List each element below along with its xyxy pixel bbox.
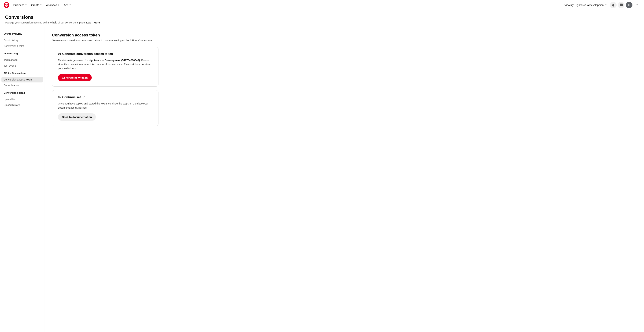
sidebar-item-conversion-health[interactable]: Conversion health (0, 43, 44, 49)
card2-title: 02 Continue set up (58, 96, 152, 99)
main-content: Conversion access token Generate a conve… (45, 27, 207, 332)
nav-analytics[interactable]: Analytics ▼ (44, 2, 61, 8)
sidebar-item-test-events[interactable]: Test events (0, 63, 44, 68)
chevron-down-icon: ▼ (40, 4, 42, 6)
chevron-down-icon: ▼ (69, 4, 71, 6)
content-subtitle: Generate a conversion access token below… (52, 39, 200, 42)
nav-business[interactable]: Business ▼ (12, 2, 29, 8)
account-chevron[interactable]: ▼ (634, 2, 640, 8)
chevron-down-icon: ▼ (25, 4, 27, 6)
card1-title: 01 Generate conversion access token (58, 52, 152, 56)
sidebar-item-conversion-access-token[interactable]: Conversion access token (2, 77, 43, 82)
nav-create[interactable]: Create ▼ (30, 2, 44, 8)
messages-button[interactable] (618, 2, 624, 8)
learn-more-link[interactable]: Learn More (86, 21, 100, 24)
page-title: Conversions (5, 14, 639, 20)
sidebar-item-upload-file[interactable]: Upload file (0, 96, 44, 102)
page-subtitle: Manage your conversion tracking with the… (5, 21, 639, 24)
sidebar: Events overview Event history Conversion… (0, 27, 45, 332)
generate-new-token-button[interactable]: Generate new token (58, 74, 92, 82)
chevron-down-icon: ▼ (58, 4, 60, 6)
sidebar-section-conversion-upload: Conversion upload (0, 90, 44, 95)
generate-token-card: 01 Generate conversion access token This… (52, 47, 158, 86)
viewing-selector[interactable]: Viewing: Hightouch.io Development ▼ (562, 2, 608, 8)
notifications-button[interactable] (610, 2, 616, 8)
continue-setup-card: 02 Continue set up Once you have copied … (52, 90, 158, 126)
main-layout: Events overview Event history Conversion… (0, 27, 644, 332)
sidebar-item-event-history[interactable]: Event history (0, 37, 44, 43)
topnav: Business ▼ Create ▼ Analytics ▼ Ads ▼ Vi… (0, 0, 644, 10)
pinterest-logo[interactable] (4, 2, 10, 8)
sidebar-item-deduplication[interactable]: Deduplication (0, 82, 44, 88)
sidebar-item-tag-manager[interactable]: Tag manager (0, 57, 44, 63)
sidebar-section-api: API for Conversions (0, 70, 44, 75)
card2-body: Once you have copied and stored the toke… (58, 102, 152, 110)
card1-body: This token is generated for Hightouch.io… (58, 58, 152, 70)
back-to-documentation-button[interactable]: Back to documentation (58, 113, 96, 121)
nav-ads[interactable]: Ads ▼ (62, 2, 73, 8)
page-header: Conversions Manage your conversion track… (0, 10, 644, 27)
chevron-down-icon: ▼ (636, 4, 638, 6)
sidebar-item-upload-history[interactable]: Upload history (0, 102, 44, 108)
sidebar-section-pinterest-tag: Pinterest tag (0, 50, 44, 56)
avatar[interactable]: H (626, 2, 632, 8)
sidebar-section-events: Events overview (0, 31, 44, 36)
content-title: Conversion access token (52, 33, 200, 38)
chevron-down-icon: ▼ (605, 4, 607, 6)
